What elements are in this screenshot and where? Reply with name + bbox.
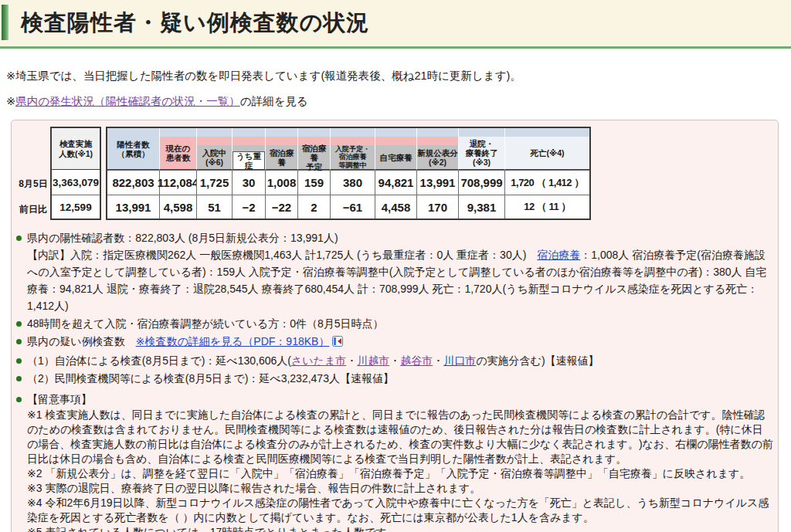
- bullet-icon: [16, 339, 22, 344]
- bullet-icon: [16, 236, 22, 241]
- kawaguchi-city-link[interactable]: 川口市: [443, 354, 476, 367]
- table-row-labels: 8月5日 前日比: [16, 127, 50, 222]
- cell-diff-newly-announced: 170: [416, 195, 458, 219]
- note-prefix: ※: [6, 95, 15, 107]
- note-3: ※3 実際の退院日、療養終了日の翌日以降に報告された場合、報告日の件数に計上され…: [27, 481, 773, 496]
- cell-current-patients: 112,084: [159, 170, 196, 195]
- note-daily-announcement: ※埼玉県では、当日把握した陽性者の数を即日発表しています(報道発表後、概ね21時…: [6, 69, 521, 83]
- cell-positives-total: 822,803: [107, 170, 159, 195]
- tested-diff-cell: 12,599: [52, 195, 100, 219]
- cell-hospitalized: 1,725: [196, 170, 232, 195]
- bullet-icon: [16, 397, 22, 402]
- suspected-tests-label: 県内の疑い例検査数: [27, 335, 136, 347]
- city-separator: ・: [389, 354, 400, 367]
- cell-diff-adjusting: −61: [330, 195, 375, 219]
- cell-diff-positives-total: 13,991: [107, 195, 159, 219]
- bullet-48h-pending: 48時間を超えて入院・宿泊療養調整が続いている方：0件（8月5日時点）: [16, 315, 773, 332]
- pdf-detail-link[interactable]: ※検査数の詳細を見る（PDF：918KB）: [136, 335, 330, 347]
- page: { "header": { "title": "検査陽性者・疑い例検査数の状況"…: [0, 0, 791, 532]
- row-label-date: 8月5日: [16, 171, 50, 197]
- kawagoe-city-link[interactable]: 川越市: [357, 354, 389, 367]
- title-accent-bar-icon: [2, 5, 8, 40]
- note-1: ※1 検査実施人数は、同日までに実施した自治体による検査の累計と、同日までに報告…: [27, 408, 773, 466]
- bullet-icon: [16, 358, 22, 364]
- header-cell-discharged: 退院・ 療養終了 (※3): [458, 128, 504, 170]
- row-label-spacer: [16, 127, 50, 171]
- cell-home-care: 94,821: [375, 170, 416, 195]
- note-2: ※2 「新規公表分」は、調整を経て翌日に「入院中」「宿泊療養」「宿泊療養予定」「…: [27, 466, 773, 481]
- city-separator: ・: [346, 354, 357, 367]
- read-aloud-icon[interactable]: [332, 334, 343, 351]
- note-5: ※5 表記されている人数については、17時時点でとりまとまった人数です。: [27, 525, 773, 532]
- header-cell-adjusting: 入院予定・ 宿泊療養 等調整中: [330, 128, 375, 170]
- note-4: ※4 令和2年6月19日以降、新型コロナウイルス感染症の陽性者であって入院中や療…: [27, 496, 773, 525]
- bullet-municipal-tests: （1）自治体による検査(8月5日まで)：延べ130,606人(さいたま市・川越市…: [16, 352, 773, 369]
- cell-newly-announced: 13,991: [416, 170, 458, 195]
- municipal-tests-pre: （1）自治体による検査(8月5日まで)：延べ130,606人(: [27, 354, 291, 367]
- header-cell-hospitalized: 入院中 (※6): [196, 128, 232, 170]
- bullet-private-tests: （2）民間検査機関等による検査(8月5日まで)：延べ3,232,473人【速報値…: [16, 370, 773, 387]
- status-panel: 8月5日 前日比 検査実施 人数(※1) 3,363,079 12,599 陽性…: [11, 120, 779, 532]
- tested-count-table: 検査実施 人数(※1) 3,363,079 12,599: [50, 127, 101, 220]
- cell-adjusting: 380: [330, 170, 375, 195]
- cell-diff-discharged: 9,381: [458, 195, 504, 219]
- panel-text-content: 県内の陽性確認者数：822,803人 (8月5日新規公表分：13,991人) 【…: [16, 229, 773, 532]
- prefecture-status-link[interactable]: 県内の発生状況（陽性確認者の状況・一覧）: [15, 95, 240, 107]
- row-label-diff: 前日比: [16, 197, 50, 222]
- private-tests-text: （2）民間検査機関等による検査(8月5日まで)：延べ3,232,473人【速報値…: [27, 372, 394, 385]
- cell-hotel-care: 1,008: [265, 170, 297, 195]
- cell-diff-hotel-planned: 2: [297, 195, 330, 219]
- title-band: 検査陽性者・疑い例検査数の状況: [0, 0, 791, 49]
- header-cell-deaths: 死亡(※4): [504, 128, 589, 170]
- breakdown-pre: 【内訳】入院：指定医療機関262人 一般医療機関1,463人 計1,725人 (…: [27, 249, 537, 261]
- cell-diff-severe: −2: [232, 195, 265, 219]
- cell-diff-deaths: 12 （ 11 ）: [504, 195, 589, 219]
- header-cell-current-patients: 現在の 患者数: [159, 128, 196, 170]
- header-cell-home-care: 自宅療養: [375, 128, 416, 170]
- cell-deaths: 1,720 （ 1,412 ）: [504, 170, 589, 195]
- bullet-notes: 【留意事項】 ※1 検査実施人数は、同日までに実施した自治体による検査の累計と、…: [16, 391, 773, 532]
- note-detail-link-line: ※県内の発生状況（陽性確認者の状況・一覧）の詳細を見る: [6, 94, 308, 108]
- notes-list: ※1 検査実施人数は、同日までに実施した自治体による検査の累計と、同日までに報告…: [27, 408, 773, 532]
- cell-discharged: 708,999: [458, 170, 504, 195]
- confirmed-cases-line: 県内の陽性確認者数：822,803人 (8月5日新規公表分：13,991人): [27, 232, 338, 244]
- bullet-icon: [16, 376, 22, 381]
- koshigaya-city-link[interactable]: 越谷市: [400, 354, 433, 367]
- municipal-tests-post: の実施分含む)【速報値】: [476, 354, 599, 367]
- confirmed-cases-breakdown: 【内訳】入院：指定医療機関262人 一般医療機関1,463人 計1,725人 (…: [27, 246, 773, 314]
- header-cell-positives-total: 陽性者数 （累積）: [107, 128, 159, 170]
- cell-diff-home-care: 4,458: [375, 195, 416, 219]
- bullet-icon: [16, 321, 22, 327]
- severe-inner-box: うち重症: [233, 151, 265, 169]
- city-separator: ・: [433, 354, 443, 367]
- notes-label: 【留意事項】: [27, 393, 92, 405]
- hotel-care-link[interactable]: 宿泊療養: [537, 249, 580, 261]
- note-suffix: の詳細を見る: [240, 95, 308, 107]
- bullet-confirmed-cases: 県内の陽性確認者数：822,803人 (8月5日新規公表分：13,991人) 【…: [16, 229, 773, 314]
- page-title: 検査陽性者・疑い例検査数の状況: [21, 8, 369, 39]
- cell-diff-hospitalized: 51: [196, 195, 232, 219]
- bullet-suspected-tests: 県内の疑い例検査数 ※検査数の詳細を見る（PDF：918KB）: [16, 333, 773, 351]
- cell-severe: 30: [232, 170, 265, 195]
- tested-header-cell: 検査実施 人数(※1): [52, 128, 100, 170]
- header-cell-hotel-care: 宿泊療養: [265, 128, 297, 170]
- header-cell-hotel-planned: 宿泊療養 予定: [297, 128, 330, 170]
- cell-hotel-planned: 159: [297, 170, 330, 195]
- pending-48h-text: 48時間を超えて入院・宿泊療養調整が続いている方：0件（8月5日時点）: [27, 317, 384, 330]
- statistics-table-area: 8月5日 前日比 検査実施 人数(※1) 3,363,079 12,599 陽性…: [16, 127, 591, 222]
- saitama-city-link[interactable]: さいたま市: [291, 354, 346, 367]
- positive-cases-table: 陽性者数 （累積） 現在の 患者数 入院中 (※6) うち重症 宿泊療養 宿泊療…: [106, 127, 591, 220]
- cell-diff-hotel-care: −22: [265, 195, 297, 219]
- tested-value-cell: 3,363,079: [52, 170, 100, 195]
- header-cell-newly-announced: 新規公表分 (※2): [416, 128, 458, 170]
- cell-diff-current-patients: 4,598: [159, 195, 196, 219]
- header-cell-severe: うち重症: [232, 128, 265, 170]
